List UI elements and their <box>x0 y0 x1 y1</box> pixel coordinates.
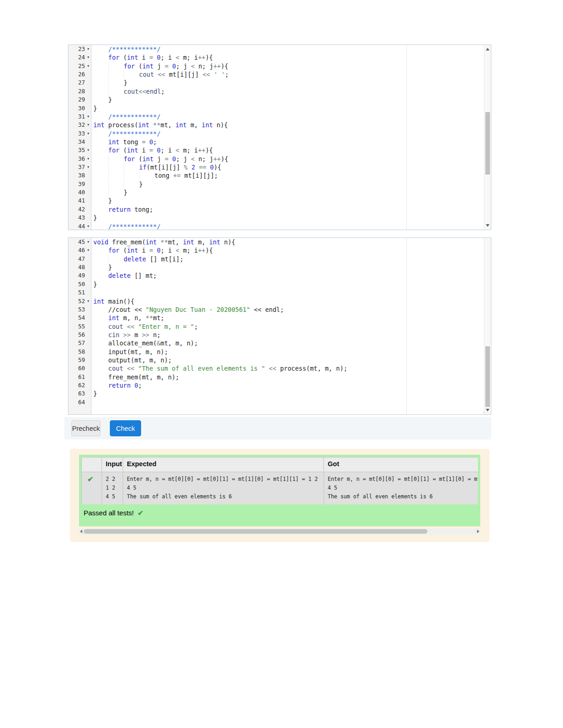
results-horizontal-scrollbar[interactable] <box>79 528 480 535</box>
line-number: 28 <box>68 87 85 96</box>
line-number: 27 <box>68 79 85 87</box>
line-number: 60 <box>68 364 85 372</box>
test-input-cell: 2 21 24 5 <box>102 472 123 505</box>
pass-check-icon: ✔ <box>85 475 93 483</box>
fold-arrow-icon[interactable]: ▾ <box>85 62 91 70</box>
code-line: 44▾ /************/ <box>68 222 491 230</box>
line-number: 31 <box>68 113 85 121</box>
scrollbar-thumb[interactable] <box>485 346 490 407</box>
line-number: 33 <box>68 130 85 138</box>
scroll-down-icon[interactable] <box>486 224 489 227</box>
line-number: 38 <box>68 171 85 180</box>
test-results-panel: Input Expected Got ✔ 2 21 24 5 Enter m, … <box>70 449 489 542</box>
code-line: 39 } <box>68 180 491 188</box>
line-number: 24 <box>68 53 85 62</box>
code-editor-top[interactable]: 23▾ /************/24▾ for (int i = 0; i … <box>68 45 491 230</box>
code-line: 32▾int process(int **mt, int m, int n){ <box>68 121 491 129</box>
status-line: Passed all tests! ✔ <box>84 509 143 517</box>
got-line: Enter m, n = mt[0][0] = mt[0][1] = mt[1]… <box>328 475 478 484</box>
code-line: 43} <box>68 214 491 222</box>
line-number: 43 <box>68 214 85 222</box>
code-line: 41 } <box>68 197 491 205</box>
code-editor-bottom[interactable]: 45▾void free_mem(int **mt, int m, int n)… <box>68 237 491 415</box>
line-number: 40 <box>68 188 85 197</box>
results-table-clip: Input Expected Got ✔ 2 21 24 5 Enter m, … <box>81 457 478 504</box>
scroll-up-icon[interactable] <box>486 48 489 51</box>
code-line: 38 tong += mt[i][j]; <box>68 171 491 180</box>
code-line: 33▾ /************/ <box>68 130 491 138</box>
code-line: 63} <box>68 389 491 398</box>
line-number: 57 <box>68 339 85 347</box>
code-line: 26 cout << mt[i][j] << ' '; <box>68 70 491 79</box>
code-line: 29 } <box>68 96 491 104</box>
editor-vertical-scrollbar[interactable] <box>484 45 491 230</box>
fold-arrow-icon[interactable]: ▾ <box>85 113 91 121</box>
got-line: The sum of all even elements is 6 <box>328 492 478 501</box>
test-result-row: ✔ 2 21 24 5 Enter m, n = mt[0][0] = mt[0… <box>82 472 478 505</box>
results-header-got: Got <box>324 457 478 472</box>
input-line: 2 2 <box>106 475 119 484</box>
code-line: 34 int tong = 0; <box>68 138 491 146</box>
line-number: 42 <box>68 205 85 214</box>
code-line: 46▾ for (int i = 0; i < m; i++){ <box>68 246 491 254</box>
editor-vertical-scrollbar[interactable] <box>484 238 491 414</box>
fold-arrow-icon[interactable]: ▾ <box>85 246 91 254</box>
line-number: 63 <box>68 389 85 398</box>
code-line: 37▾ if(mt[i][j] % 2 == 0){ <box>68 163 491 171</box>
line-number: 41 <box>68 197 85 205</box>
status-text: Passed all tests! <box>84 509 134 517</box>
precheck-button[interactable]: Precheck <box>71 420 101 436</box>
line-number: 56 <box>68 331 85 339</box>
code-line: 55 cout << "Enter m, n = "; <box>68 322 491 331</box>
line-number: 64 <box>68 398 85 406</box>
code-line: 61 free_mem(mt, m, n); <box>68 373 491 381</box>
fold-arrow-icon[interactable]: ▾ <box>85 130 91 138</box>
results-table: Input Expected Got ✔ 2 21 24 5 Enter m, … <box>81 457 478 504</box>
line-number: 55 <box>68 322 85 331</box>
code-line: 54 int m, n, **mt; <box>68 314 491 322</box>
code-line: 50} <box>68 280 491 288</box>
got-line: 4 5 <box>328 484 478 492</box>
fold-arrow-icon[interactable]: ▾ <box>85 163 91 171</box>
code-line: 35▾ for (int i = 0; i < m; i++){ <box>68 146 491 154</box>
scroll-down-icon[interactable] <box>486 409 489 412</box>
code-line: 25▾ for (int j = 0; j < n; j++){ <box>68 62 491 70</box>
line-number: 51 <box>68 288 85 297</box>
hscrollbar-thumb[interactable] <box>84 529 427 534</box>
code-line: 40 } <box>68 188 491 197</box>
code-line: 36▾ for (int j = 0; j < n; j++){ <box>68 155 491 163</box>
submit-button-bar: Precheck Check <box>64 417 491 440</box>
fold-arrow-icon[interactable]: ▾ <box>85 222 91 230</box>
fold-arrow-icon[interactable]: ▾ <box>85 121 91 129</box>
fold-arrow-icon[interactable]: ▾ <box>85 45 91 53</box>
line-number: 29 <box>68 96 85 104</box>
expected-line: 4 5 <box>127 484 320 492</box>
code-line: 59 output(mt, m, n); <box>68 356 491 364</box>
line-number: 47 <box>68 255 85 263</box>
line-number: 34 <box>68 138 85 146</box>
code-line: 45▾void free_mem(int **mt, int m, int n)… <box>68 238 491 246</box>
line-number: 36 <box>68 155 85 163</box>
line-number: 61 <box>68 373 85 381</box>
check-button[interactable]: Check <box>110 420 141 436</box>
line-number: 30 <box>68 104 85 113</box>
code-line: 49 delete [] mt; <box>68 271 491 280</box>
fold-arrow-icon[interactable]: ▾ <box>85 53 91 62</box>
line-number: 58 <box>68 348 85 356</box>
scrollbar-thumb[interactable] <box>485 112 490 175</box>
scroll-left-icon[interactable] <box>80 530 82 533</box>
test-got-cell: Enter m, n = mt[0][0] = mt[0][1] = mt[1]… <box>324 472 478 505</box>
input-line: 1 2 <box>106 484 119 492</box>
line-number: 39 <box>68 180 85 188</box>
line-number: 35 <box>68 146 85 154</box>
line-number: 62 <box>68 381 85 389</box>
line-number: 49 <box>68 271 85 280</box>
input-line: 4 5 <box>106 492 119 501</box>
scroll-right-icon[interactable] <box>477 530 479 533</box>
fold-arrow-icon[interactable]: ▾ <box>85 238 91 246</box>
line-number: 44 <box>68 222 85 230</box>
fold-arrow-icon[interactable]: ▾ <box>85 146 91 154</box>
fold-arrow-icon[interactable]: ▾ <box>85 297 91 305</box>
code-line: 58 input(mt, m, n); <box>68 348 491 356</box>
fold-arrow-icon[interactable]: ▾ <box>85 155 91 163</box>
